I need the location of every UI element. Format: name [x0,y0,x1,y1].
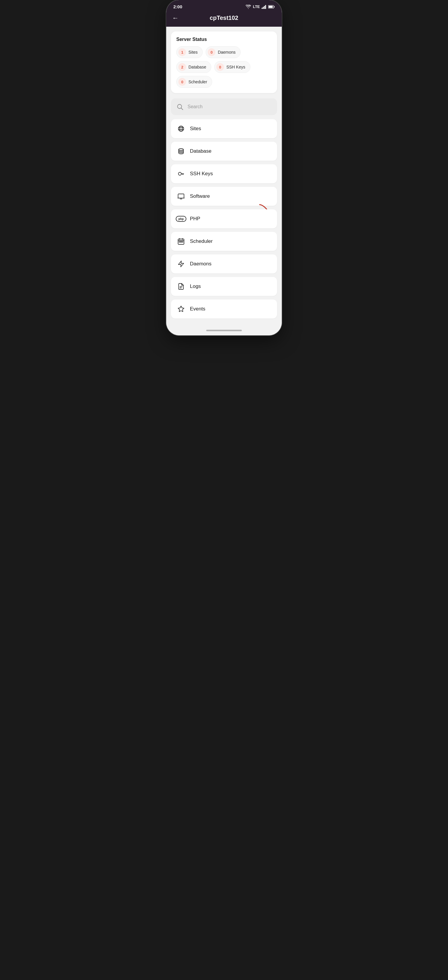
svg-rect-3 [265,5,266,9]
menu-item-software[interactable]: Software [171,187,277,206]
menu-item-sites[interactable]: Sites [171,119,277,138]
home-bar [206,330,242,331]
menu-label-events: Events [190,306,205,312]
badge-daemons-count: 0 [208,48,215,56]
menu-label-software: Software [190,193,210,199]
badge-ssh-keys-count: 0 [216,63,224,71]
menu-item-events[interactable]: Events [171,299,277,318]
key-icon [177,170,185,178]
battery-icon [268,5,275,9]
menu-label-ssh-keys: SSH Keys [190,171,213,177]
status-icons: LTE [246,5,275,9]
svg-rect-6 [269,6,273,8]
database-icon [177,147,185,155]
svg-rect-27 [180,241,182,242]
svg-point-10 [180,126,183,131]
main-content: Server Status 1 Sites 0 Daemons 2 Databa… [166,27,282,327]
menu-label-scheduler: Scheduler [190,239,213,244]
search-placeholder-text: Search [187,104,203,110]
php-icon: php [177,215,185,223]
badge-sites[interactable]: 1 Sites [176,46,203,58]
svg-rect-28 [182,241,183,242]
badge-ssh-keys-label: SSH Keys [226,65,245,69]
svg-rect-18 [178,194,184,198]
svg-rect-1 [263,7,264,9]
star-icon [177,305,185,313]
menu-label-php: PHP [190,216,200,222]
lte-label: LTE [253,5,260,9]
svg-point-13 [179,148,183,150]
menu-label-database: Database [190,148,211,154]
badge-ssh-keys[interactable]: 0 SSH Keys [214,61,250,73]
svg-point-14 [178,172,181,175]
phone-frame: 2:00 LTE [166,0,282,336]
menu-item-php[interactable]: php PHP [171,209,277,228]
file-text-icon [177,282,185,291]
menu-item-logs[interactable]: Logs [171,277,277,296]
menu-item-scheduler[interactable]: Scheduler [171,232,277,251]
search-icon [176,103,184,111]
badge-daemons-label: Daemons [218,50,235,54]
badge-daemons[interactable]: 0 Daemons [206,46,241,58]
home-indicator [166,327,282,336]
svg-marker-31 [178,306,184,312]
menu-label-sites: Sites [190,126,201,132]
badge-scheduler-count: 0 [178,78,186,86]
badge-sites-count: 1 [178,48,186,56]
menu-item-daemons[interactable]: Daemons [171,255,277,274]
php-badge-label: php [176,216,186,222]
svg-rect-26 [179,241,180,242]
svg-rect-2 [264,6,265,9]
laptop-icon [177,192,185,200]
wifi-icon [246,5,251,9]
server-status-card: Server Status 1 Sites 0 Daemons 2 Databa… [171,32,277,93]
badge-scheduler[interactable]: 0 Scheduler [176,76,212,88]
badge-database-count: 2 [178,63,186,71]
menu-label-daemons: Daemons [190,261,211,267]
svg-rect-5 [274,6,275,7]
menu-item-database[interactable]: Database [171,142,277,161]
calendar-icon [177,237,185,245]
badge-sites-label: Sites [189,50,198,54]
bolt-icon [177,260,185,268]
badge-scheduler-label: Scheduler [189,80,207,84]
search-bar[interactable]: Search [171,99,277,115]
server-status-title: Server Status [176,37,272,42]
menu-label-logs: Logs [190,283,201,290]
globe-icon [177,124,185,133]
page-title: cpTest102 [183,14,265,21]
svg-rect-0 [262,8,262,9]
status-bar: 2:00 LTE [166,0,282,11]
status-time: 2:00 [173,4,182,9]
svg-point-9 [178,126,184,131]
badge-database[interactable]: 2 Database [176,61,211,73]
back-button[interactable]: ← [172,15,179,21]
svg-line-8 [181,108,183,110]
signal-icon [262,5,266,9]
app-header: ← cpTest102 [166,11,282,27]
status-badges-container: 1 Sites 0 Daemons 2 Database 0 SSH Keys … [176,46,272,88]
menu-item-ssh-keys[interactable]: SSH Keys [171,164,277,183]
badge-database-label: Database [189,65,206,69]
